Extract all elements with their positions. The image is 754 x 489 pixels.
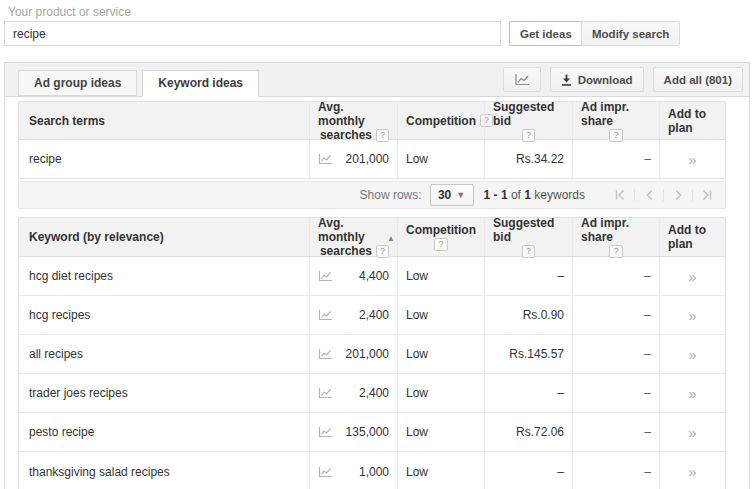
tab-keyword-ideas[interactable]: Keyword ideas [142, 70, 259, 97]
avg-monthly-searches-value: 201,000 [346, 152, 389, 166]
competition-cell: Low [397, 335, 484, 373]
competition-cell: Low [397, 413, 484, 451]
suggested-bid-cell: Rs.145.57 [484, 335, 572, 373]
avg-monthly-searches-value: 2,400 [359, 308, 389, 322]
avg-monthly-searches-value: 1,000 [359, 465, 389, 479]
add-to-plan-button[interactable]: » [688, 347, 696, 362]
add-to-plan-cell: » [659, 335, 725, 373]
rows-per-page-select[interactable]: 30 ▼ [430, 184, 474, 206]
suggested-bid-cell: – [484, 452, 572, 489]
add-to-plan-button[interactable]: » [688, 464, 696, 479]
ad-impr-share-cell: – [572, 413, 659, 451]
header-suggested-bid[interactable]: Suggested bid ? [484, 102, 572, 139]
suggested-bid-cell: Rs.34.22 [484, 140, 572, 178]
header-avg-monthly-searches[interactable]: Avg. monthly searches? [309, 218, 397, 256]
add-to-plan-cell: » [659, 413, 725, 451]
searches-cell: 4,400 [309, 257, 397, 295]
searches-cell: 1,000 [309, 452, 397, 489]
avg-monthly-searches-value: 4,400 [359, 269, 389, 283]
tab-ad-group-ideas[interactable]: Ad group ideas [18, 70, 137, 96]
next-page-icon[interactable] [663, 189, 692, 201]
add-to-plan-button[interactable]: » [688, 425, 696, 440]
first-page-icon[interactable] [605, 189, 634, 201]
searches-cell: 135,000 [309, 413, 397, 451]
line-chart-icon[interactable] [318, 153, 333, 165]
table-row: pesto recipe 135,000 Low [19, 413, 725, 452]
header-ad-impr-share[interactable]: Ad impr. share ? [572, 218, 659, 256]
add-to-plan-cell: » [659, 296, 725, 334]
prev-page-icon[interactable] [634, 189, 663, 201]
add-to-plan-cell: » [659, 140, 725, 178]
sort-ascending-icon[interactable]: ▲ [387, 232, 395, 246]
searches-cell: 2,400 [309, 374, 397, 412]
line-chart-icon[interactable] [318, 309, 333, 321]
table-row: recipe 201,000 Low [19, 140, 725, 178]
line-chart-icon[interactable] [318, 387, 333, 399]
add-all-button[interactable]: Add all (801) [653, 67, 743, 92]
keyword-ideas-header: Keyword (by relevance) Avg. monthly sear… [19, 218, 725, 257]
avg-monthly-searches-value: 2,400 [359, 386, 389, 400]
suggested-bid-cell: Rs.0.90 [484, 296, 572, 334]
product-service-label: Your product or service [8, 5, 131, 19]
competition-cell: Low [397, 296, 484, 334]
pagination-range: 1 - 1 of 1 keywords [484, 188, 585, 202]
keyword-ideas-table: Keyword (by relevance) Avg. monthly sear… [18, 217, 726, 489]
add-to-plan-cell: » [659, 374, 725, 412]
header-add-to-plan: Add to plan [659, 218, 725, 256]
download-label: Download [578, 74, 633, 86]
tables-area: Search terms Avg. monthly searches? Comp… [5, 97, 749, 489]
header-competition[interactable]: ▲ Competition ? [397, 218, 484, 256]
ad-impr-share-cell: – [572, 296, 659, 334]
results-panel: Ad group ideas Keyword ideas [4, 62, 750, 489]
trend-chart-button[interactable] [503, 67, 541, 92]
competition-cell: Low [397, 374, 484, 412]
table-row: thanksgiving salad recipes 1,000 [19, 452, 725, 489]
product-service-input[interactable] [4, 21, 501, 46]
header-suggested-bid[interactable]: Suggested bid ? [484, 218, 572, 256]
competition-cell: Low [397, 140, 484, 178]
add-to-plan-button[interactable]: » [688, 152, 696, 167]
chevron-down-icon: ▼ [456, 190, 465, 200]
pagination-nav [605, 189, 721, 201]
add-to-plan-cell: » [659, 452, 725, 489]
suggested-bid-cell: – [484, 374, 572, 412]
download-button[interactable]: Download [550, 67, 644, 92]
line-chart-icon[interactable] [318, 466, 333, 478]
ad-impr-share-cell: – [572, 452, 659, 489]
rows-per-page-value: 30 [438, 188, 451, 202]
search-terms-body: recipe 201,000 Low [19, 140, 725, 178]
header-keyword-by-relevance[interactable]: Keyword (by relevance) [19, 218, 309, 256]
line-chart-icon[interactable] [318, 270, 333, 282]
pagination-bar: Show rows: 30 ▼ 1 - 1 of 1 keywords [18, 181, 726, 209]
avg-monthly-searches-value: 201,000 [346, 347, 389, 361]
last-page-icon[interactable] [692, 189, 721, 201]
ad-impr-share-cell: – [572, 335, 659, 373]
modify-search-button[interactable]: Modify search [581, 21, 680, 46]
search-terms-table: Search terms Avg. monthly searches? Comp… [18, 101, 726, 179]
header-avg-monthly-searches[interactable]: Avg. monthly searches? [309, 102, 397, 139]
help-icon[interactable]: ? [434, 238, 447, 251]
table-row: hcg diet recipes 4,400 Low [19, 257, 725, 296]
add-to-plan-button[interactable]: » [688, 386, 696, 401]
line-chart-icon[interactable] [318, 348, 333, 360]
header-competition[interactable]: Competition ? [397, 102, 484, 139]
add-to-plan-button[interactable]: » [688, 269, 696, 284]
avg-monthly-searches-value: 135,000 [346, 425, 389, 439]
table-row: all recipes 201,000 Low [19, 335, 725, 374]
add-to-plan-cell: » [659, 257, 725, 295]
header-ad-impr-share[interactable]: Ad impr. share ? [572, 102, 659, 139]
competition-cell: Low [397, 452, 484, 489]
keyword-cell: thanksgiving salad recipes [19, 452, 309, 489]
keyword-cell: hcg diet recipes [19, 257, 309, 295]
keyword-cell: trader joes recipes [19, 374, 309, 412]
table-row: hcg recipes 2,400 Low [19, 296, 725, 335]
keyword-ideas-body: hcg diet recipes 4,400 Low [19, 257, 725, 489]
search-terms-header: Search terms Avg. monthly searches? Comp… [19, 102, 725, 140]
header-search-terms[interactable]: Search terms [19, 102, 309, 139]
get-ideas-button[interactable]: Get ideas [509, 21, 583, 46]
keyword-cell: recipe [19, 140, 309, 178]
line-chart-icon[interactable] [318, 426, 333, 438]
add-to-plan-button[interactable]: » [688, 308, 696, 323]
keyword-planner-page: Your product or service Get ideas Modify… [0, 0, 754, 489]
competition-cell: Low [397, 257, 484, 295]
